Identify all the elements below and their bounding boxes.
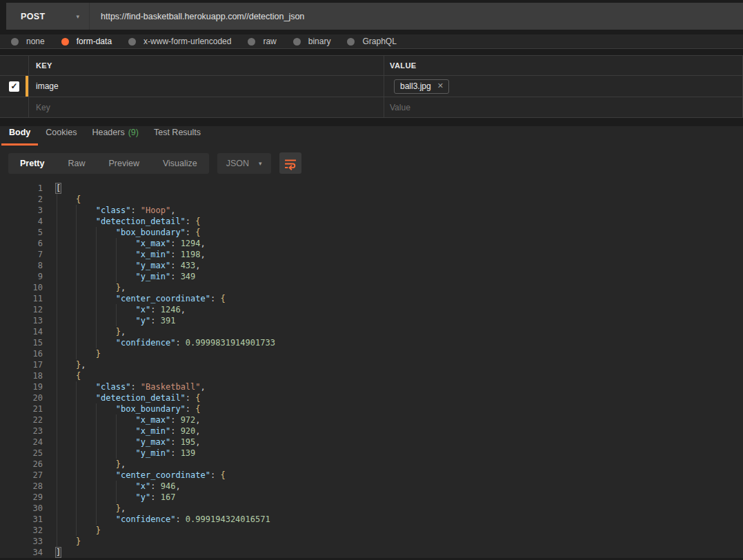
indent-guide	[96, 514, 97, 525]
indent-guide	[96, 448, 97, 459]
code-token: {	[76, 371, 81, 381]
method-select[interactable]: POST ▾	[6, 3, 90, 30]
code-line: 30 },	[0, 503, 743, 514]
line-number: 32	[0, 525, 43, 536]
code-line: 7 "x_min": 1198,	[0, 249, 743, 260]
new-key-input[interactable]: Key	[29, 97, 384, 117]
tab-cookies[interactable]: Cookies	[38, 128, 84, 146]
tab-test-results[interactable]: Test Results	[146, 128, 208, 146]
code-token: :	[150, 305, 160, 314]
view-mode-raw[interactable]: Raw	[56, 153, 97, 174]
row-enabled-checkbox[interactable]: ✓	[9, 81, 19, 92]
indent-guide	[76, 326, 77, 337]
url-input[interactable]: https://find-basketball.herokuapp.com//d…	[90, 3, 743, 30]
remove-file-icon[interactable]: ✕	[437, 81, 444, 90]
file-chip: ball3.jpg✕	[394, 79, 449, 94]
tab-body[interactable]: Body	[1, 128, 38, 146]
indent-guide	[76, 216, 77, 227]
indent-guide	[76, 448, 77, 459]
table-header-row: KEY VALUE	[0, 56, 742, 76]
line-content: "x_min": 920,	[56, 426, 201, 437]
line-number: 25	[0, 448, 43, 459]
code-token: :	[130, 206, 140, 215]
indent-guide	[57, 271, 57, 282]
indent-guide	[96, 426, 97, 437]
code-token: "class"	[96, 382, 131, 392]
body-type-x-www-form-urlencoded[interactable]: x-www-form-urlencoded	[128, 37, 231, 46]
code-line: 31 "confidence": 0.999194324016571	[0, 514, 743, 525]
code-token: ,	[170, 206, 175, 215]
indent	[56, 228, 116, 237]
body-type-raw[interactable]: raw	[248, 37, 276, 46]
code-token: ,	[181, 305, 186, 314]
line-content: {	[56, 194, 81, 205]
body-type-form-data[interactable]: form-data	[61, 37, 112, 46]
body-type-binary[interactable]: binary	[293, 37, 331, 46]
indent-guide	[116, 249, 117, 260]
indent-guide	[96, 481, 97, 492]
indent-guide	[96, 304, 97, 315]
line-number: 8	[0, 260, 43, 271]
indent	[56, 294, 116, 303]
key-cell[interactable]: image	[29, 76, 384, 97]
code-line: 33 }	[0, 536, 743, 547]
code-token: {	[195, 393, 200, 403]
line-content: "center_coordinate": {	[56, 470, 226, 481]
line-content: "y_max": 195,	[56, 437, 201, 448]
wrap-text-button[interactable]	[279, 152, 301, 174]
code-token: :	[150, 481, 160, 491]
indent-guide	[76, 426, 77, 437]
line-number: 5	[0, 227, 43, 238]
code-token: :	[210, 294, 220, 303]
line-number: 17	[0, 359, 43, 370]
divider	[0, 30, 743, 34]
code-token: :	[150, 492, 160, 502]
view-mode-pretty[interactable]: Pretty	[8, 153, 56, 174]
code-token: }	[76, 537, 81, 546]
code-token: }	[116, 459, 121, 469]
code-line: 25 "y_min": 139	[0, 448, 743, 459]
line-number: 12	[0, 304, 43, 315]
indent-guide	[57, 326, 57, 337]
line-content: },	[56, 503, 126, 514]
line-number: 26	[0, 459, 43, 470]
view-mode-preview[interactable]: Preview	[97, 153, 150, 174]
line-content: {	[56, 370, 81, 381]
line-content: },	[56, 459, 126, 470]
value-cell[interactable]: ball3.jpg✕	[384, 76, 742, 97]
code-token: "x"	[136, 481, 151, 491]
indent-guide	[57, 304, 57, 315]
code-token: 1246	[161, 305, 181, 314]
format-dropdown[interactable]: JSON ▾	[217, 153, 271, 174]
code-token: "y_min"	[136, 272, 171, 281]
indent-guide	[57, 194, 57, 205]
code-token: :	[186, 404, 195, 414]
code-token: }	[116, 503, 121, 513]
value-placeholder: Value	[390, 103, 410, 112]
body-type-graphql[interactable]: GraphQL	[347, 37, 396, 46]
code-token: :	[170, 250, 180, 259]
indent-guide	[76, 260, 77, 271]
view-mode-visualize[interactable]: Visualize	[151, 153, 209, 174]
radio-icon	[347, 38, 355, 46]
indent-guide	[76, 227, 77, 238]
line-number: 22	[0, 414, 43, 426]
body-type-none[interactable]: none	[11, 37, 45, 46]
code-token: "x"	[136, 305, 151, 314]
line-number: 1	[0, 183, 43, 194]
code-token: "y_max"	[136, 261, 171, 270]
json-response-viewer[interactable]: 1[2 {3 "class": "Hoop",4 "detection_deta…	[0, 180, 743, 558]
code-token: {	[76, 194, 81, 204]
tab-headers[interactable]: Headers(9)	[84, 128, 146, 146]
new-value-input[interactable]: Value	[384, 97, 742, 117]
code-token: ,	[201, 250, 206, 259]
indent-guide	[116, 448, 117, 459]
line-content: "y_min": 349	[56, 271, 195, 282]
key-text: image	[36, 81, 59, 91]
body-type-selector: noneform-datax-www-form-urlencodedrawbin…	[0, 34, 743, 49]
code-token: 195	[181, 437, 196, 447]
indent	[56, 404, 116, 414]
indent-guide	[116, 426, 117, 437]
radio-icon	[293, 38, 301, 46]
code-token: 1198	[181, 250, 201, 259]
